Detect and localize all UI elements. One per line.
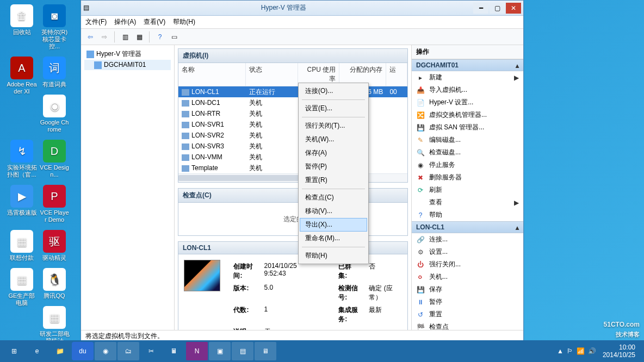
detail-title: LON-CL1 bbox=[178, 242, 407, 254]
pane-button[interactable]: ▭ bbox=[168, 31, 180, 43]
taskbar-calc-icon[interactable]: 🖩 bbox=[163, 342, 185, 360]
minimize-button[interactable]: ━ bbox=[473, 3, 488, 14]
properties-button[interactable]: ▦ bbox=[133, 31, 145, 43]
tree-host[interactable]: DGCHAMIT01 bbox=[84, 60, 171, 70]
system-tray[interactable]: ▲ 🏳 📶 🔊 10:002014/10/25 bbox=[557, 344, 641, 359]
desktop-icon[interactable]: DVCE Design... bbox=[39, 140, 70, 178]
context-menu-item[interactable]: 移动(V)... bbox=[300, 204, 367, 218]
vm-row[interactable]: LON-SVR1关机 bbox=[178, 119, 407, 130]
action-item[interactable]: 💾虚拟 SAN 管理器... bbox=[412, 121, 523, 134]
context-menu-item[interactable]: 保存(A) bbox=[300, 146, 367, 160]
help-button[interactable]: ? bbox=[154, 31, 166, 43]
app-icon: D bbox=[43, 140, 66, 163]
column-header[interactable]: 状态 bbox=[246, 63, 298, 86]
vm-row[interactable]: Template关机 bbox=[178, 163, 407, 173]
taskbar-hyperv2-icon[interactable]: ▤ bbox=[232, 342, 253, 360]
hscrollbar[interactable] bbox=[178, 173, 407, 182]
action-item[interactable]: 🔍检查磁盘... bbox=[412, 146, 523, 159]
taskbar-rdp-icon[interactable]: 🖥 bbox=[255, 342, 276, 360]
vm-row[interactable]: LON-SVR2关机 bbox=[178, 130, 407, 141]
context-menu-item[interactable]: 导出(X)... bbox=[300, 218, 367, 232]
tray-net-icon[interactable]: 📶 bbox=[577, 347, 585, 355]
context-menu-item[interactable]: 暂停(P) bbox=[300, 160, 367, 173]
action-item[interactable]: ▸新建▶ bbox=[412, 71, 523, 84]
vm-row[interactable]: LON-DC1关机 bbox=[178, 97, 407, 108]
show-hide-tree-button[interactable]: ▥ bbox=[119, 31, 131, 43]
desktop-icon[interactable]: AAdobe Reader XI bbox=[7, 57, 37, 95]
actions-section-header[interactable]: LON-CL1▴ bbox=[412, 221, 523, 233]
start-button[interactable]: ⊞ bbox=[3, 342, 25, 360]
desktop-icon[interactable]: ↯实验环境拓扑图（官... bbox=[7, 140, 37, 178]
action-item[interactable]: ✎编辑磁盘... bbox=[412, 134, 523, 146]
vm-row[interactable]: LON-RTR关机 bbox=[178, 108, 407, 119]
desktop-icon[interactable]: ▶迅雷极速版 bbox=[7, 185, 37, 216]
desktop-icon[interactable]: ◙英特尔(R) 核芯显卡控... bbox=[39, 4, 70, 50]
column-header[interactable]: 运 bbox=[386, 63, 407, 86]
nav-fwd-button[interactable]: ⇨ bbox=[98, 31, 110, 43]
context-menu-item[interactable]: 连接(O)... bbox=[300, 84, 367, 98]
vm-row[interactable]: LON-SVR3关机 bbox=[178, 141, 407, 152]
taskbar-snip-icon[interactable]: ✂ bbox=[140, 342, 162, 360]
taskbar-baidu-icon[interactable]: du bbox=[72, 342, 94, 360]
desktop-icon[interactable]: ▦联想付款 bbox=[7, 230, 37, 261]
taskbar-ie-icon[interactable]: e bbox=[26, 342, 48, 360]
context-menu-item[interactable]: 重命名(M)... bbox=[300, 232, 367, 245]
menu-item[interactable]: 操作(A) bbox=[114, 17, 136, 27]
column-header[interactable]: 名称 bbox=[178, 63, 246, 86]
taskbar-chrome-icon[interactable]: ◉ bbox=[95, 342, 116, 360]
server-icon bbox=[86, 51, 94, 58]
action-item[interactable]: ⭘关机... bbox=[412, 271, 523, 283]
context-menu-item[interactable]: 关机(W)... bbox=[300, 133, 367, 146]
action-item[interactable]: 📄Hyper-V 设置... bbox=[412, 96, 523, 109]
action-item[interactable]: 查看▶ bbox=[412, 196, 523, 209]
submenu-icon: ▶ bbox=[514, 199, 519, 207]
taskbar-explorer-icon[interactable]: 📁 bbox=[49, 342, 71, 360]
taskbar-cmd-icon[interactable]: ▣ bbox=[209, 342, 231, 360]
tray-up-icon[interactable]: ▲ bbox=[557, 347, 564, 355]
taskbar-clock[interactable]: 10:002014/10/25 bbox=[603, 344, 635, 359]
tree-root[interactable]: Hyper-V 管理器 bbox=[84, 48, 171, 60]
taskbar-explorer2-icon[interactable]: 🗂 bbox=[117, 342, 139, 360]
taskbar: ⊞ e 📁 du ◉ 🗂 ✂ 🖩 N ▣ ▤ 🖥 ▲ 🏳 📶 🔊 10:0020… bbox=[0, 340, 644, 362]
desktop-icon[interactable]: 🗑回收站 bbox=[7, 4, 37, 36]
collapse-icon: ▴ bbox=[516, 224, 519, 232]
context-menu-item[interactable]: 设置(E)... bbox=[300, 102, 367, 115]
action-item[interactable]: 📥导入虚拟机... bbox=[412, 84, 523, 96]
menu-item[interactable]: 查看(V) bbox=[144, 17, 165, 27]
action-item[interactable]: ◉停止服务 bbox=[412, 159, 523, 171]
close-button[interactable]: ✕ bbox=[506, 3, 521, 14]
actions-section-header[interactable]: DGCHAMIT01▴ bbox=[412, 59, 523, 71]
context-menu-item[interactable]: 检查点(C) bbox=[300, 191, 367, 204]
vm-row[interactable]: LON-CL1正在运行0%1166 MB00 bbox=[178, 86, 407, 97]
maximize-button[interactable]: ▢ bbox=[490, 3, 505, 14]
desktop-icon[interactable]: PVCE Player Demo bbox=[39, 185, 70, 223]
menu-item[interactable]: 帮助(H) bbox=[173, 17, 195, 27]
context-menu-item[interactable]: 重置(R) bbox=[300, 173, 367, 187]
tray-vol-icon[interactable]: 🔊 bbox=[588, 347, 596, 355]
taskbar-onenote-icon[interactable]: N bbox=[186, 342, 208, 360]
action-item[interactable]: ?帮助 bbox=[412, 209, 523, 221]
desktop-icon[interactable]: ▦研发二部电脑统计 bbox=[39, 306, 70, 345]
desktop-icon[interactable]: ▦GE生产部电脑 bbox=[7, 268, 37, 307]
vm-thumbnail[interactable] bbox=[184, 260, 220, 291]
context-menu-item[interactable]: 帮助(H) bbox=[300, 249, 367, 263]
desktop-icon[interactable]: 词有道词典 bbox=[39, 57, 70, 88]
action-item[interactable]: 🏁检查点 bbox=[412, 321, 523, 330]
vm-row[interactable]: LON-VMM关机 bbox=[178, 152, 407, 163]
desktop-icon[interactable]: 🐧腾讯QQ bbox=[39, 268, 70, 299]
desktop-icon[interactable]: 驱驱动精灵 bbox=[39, 230, 70, 261]
action-item[interactable]: 🔗连接... bbox=[412, 233, 523, 246]
nav-back-button[interactable]: ⇦ bbox=[84, 31, 96, 43]
action-item[interactable]: ✖删除服务器 bbox=[412, 171, 523, 184]
desktop-icon[interactable]: ◉Google Chrome bbox=[39, 95, 70, 133]
context-menu-item[interactable]: 强行关闭(T)... bbox=[300, 119, 367, 133]
action-item[interactable]: ⏻强行关闭... bbox=[412, 258, 523, 271]
action-item[interactable]: 🔀虚拟交换机管理器... bbox=[412, 109, 523, 121]
action-item[interactable]: ⟳刷新 bbox=[412, 184, 523, 196]
action-item[interactable]: ⏸暂停 bbox=[412, 296, 523, 308]
menu-item[interactable]: 文件(F) bbox=[85, 17, 107, 27]
action-item[interactable]: ⚙设置... bbox=[412, 246, 523, 258]
action-item[interactable]: ↺重置 bbox=[412, 308, 523, 321]
tray-flag-icon[interactable]: 🏳 bbox=[567, 347, 573, 355]
action-item[interactable]: 💾保存 bbox=[412, 283, 523, 296]
